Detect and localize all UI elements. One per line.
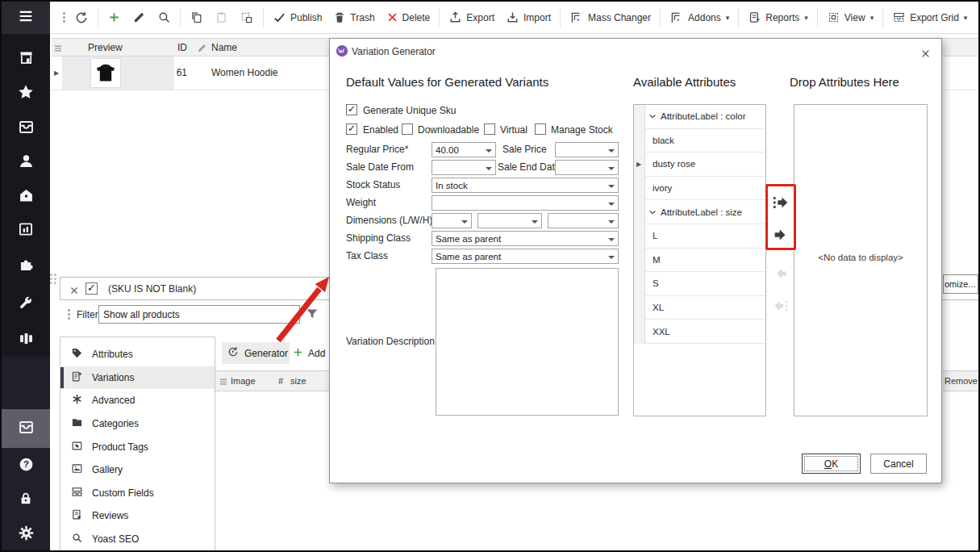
toolbar-separator xyxy=(882,8,883,27)
attribute-value-row[interactable]: M xyxy=(645,249,765,273)
sidebar-item-storefront[interactable] xyxy=(2,185,50,209)
tab-custom-fields[interactable]: Custom Fields xyxy=(60,482,215,505)
sale-price-combo[interactable] xyxy=(555,142,619,157)
sidebar-item-products-selected[interactable] xyxy=(2,409,50,448)
view-button[interactable]: View▾ xyxy=(827,10,874,24)
publish-button[interactable]: Publish xyxy=(273,10,322,24)
addons-button[interactable]: *Addons▾ xyxy=(669,10,729,25)
tab-yoast-seo[interactable]: Yoast SEO xyxy=(60,528,215,551)
stock-status-combo[interactable]: In stock xyxy=(432,178,619,193)
folder-icon xyxy=(71,416,83,431)
sidebar-item-help[interactable]: ? xyxy=(2,454,50,478)
sidebar-item-plugins[interactable] xyxy=(2,253,50,278)
remove-filter-x-icon[interactable] xyxy=(69,284,79,299)
enabled-checkbox[interactable] xyxy=(346,123,357,135)
help-icon: ? xyxy=(18,456,35,476)
search-button[interactable] xyxy=(157,10,171,24)
trash-label: Trash xyxy=(350,12,374,23)
refresh-button[interactable] xyxy=(74,10,89,25)
move-left-button-disabled[interactable] xyxy=(769,263,792,284)
attribute-value-row[interactable]: dusty rose xyxy=(645,153,765,177)
dimension-height-combo[interactable] xyxy=(548,213,619,228)
export-grid-button[interactable]: Export Grid▾ xyxy=(892,10,967,24)
sidebar-item-menu[interactable] xyxy=(2,2,50,34)
column-header-id[interactable]: ID xyxy=(148,42,187,53)
tab-gallery[interactable]: Gallery xyxy=(60,458,215,482)
move-all-left-button-disabled[interactable] xyxy=(769,295,792,316)
attribute-value-row[interactable]: ivory xyxy=(645,177,765,201)
attribute-value-row[interactable]: S xyxy=(645,272,765,296)
attribute-value-row[interactable]: black xyxy=(645,129,765,153)
attribute-group-row[interactable]: AttributeLabel : color xyxy=(645,105,765,129)
toolbar-separator xyxy=(180,8,181,27)
check-icon xyxy=(273,10,286,24)
tax-class-combo[interactable]: Same as parent xyxy=(432,249,619,264)
column-header-number[interactable]: # xyxy=(278,376,283,386)
add-product-button[interactable] xyxy=(107,10,121,24)
sidebar-item-customers[interactable] xyxy=(2,150,50,174)
tab-categories[interactable]: Categories xyxy=(60,412,215,436)
trash-button[interactable]: Trash xyxy=(333,11,374,24)
variation-generator-dialog: Variation Generator Default Values for G… xyxy=(329,38,942,483)
weight-combo[interactable] xyxy=(432,195,619,211)
attribute-value-row[interactable]: XL xyxy=(645,296,765,320)
copy-button[interactable] xyxy=(190,10,203,24)
customize-button-partial[interactable]: omize... xyxy=(943,274,978,294)
toolbar-drag-handle[interactable] xyxy=(63,12,65,23)
virtual-checkbox[interactable] xyxy=(484,123,495,135)
sidebar-item-settings[interactable] xyxy=(2,522,50,546)
downloadable-checkbox[interactable] xyxy=(402,123,413,135)
tab-product-tags[interactable]: Product Tags xyxy=(60,435,215,458)
grid-menu-icon[interactable] xyxy=(54,44,62,55)
mass-changer-button[interactable]: *Mass Changer xyxy=(569,10,651,25)
attribute-group-row[interactable]: AttributeLabel : size xyxy=(645,200,765,224)
column-header-name[interactable]: Name xyxy=(211,42,237,53)
sidebar-item-lock[interactable] xyxy=(2,488,50,512)
customize-label: omize... xyxy=(945,279,976,289)
tab-variations[interactable]: Variations xyxy=(60,366,215,390)
filter-condition-checkbox[interactable] xyxy=(85,282,98,295)
tab-attributes[interactable]: Attributes xyxy=(60,343,215,366)
generate-sku-checkbox[interactable] xyxy=(346,104,357,115)
dimension-width-combo[interactable] xyxy=(477,213,542,228)
export-button[interactable]: Export xyxy=(448,10,494,24)
attribute-value-row[interactable]: L xyxy=(645,224,765,249)
import-button[interactable]: Import xyxy=(506,10,551,24)
row-pointer-icon: ▶ xyxy=(636,161,641,168)
tab-label: Gallery xyxy=(92,464,123,475)
sidebar-item-favorites[interactable] xyxy=(2,82,50,106)
variation-description-textarea[interactable] xyxy=(436,268,619,416)
panel-drag-handle[interactable] xyxy=(50,274,56,284)
reports-chart-icon xyxy=(18,221,34,240)
shipping-class-combo[interactable]: Same as parent xyxy=(432,231,619,246)
tab-label: Categories xyxy=(92,418,139,429)
column-header-size[interactable]: size xyxy=(290,376,307,386)
dimension-length-combo[interactable] xyxy=(432,213,472,228)
grid-menu-icon[interactable] xyxy=(219,378,227,387)
edit-button[interactable] xyxy=(132,10,146,24)
reports-button[interactable]: Reports▾ xyxy=(748,10,808,24)
paste-special-button[interactable] xyxy=(240,10,254,25)
column-header-remove[interactable]: Remove xyxy=(943,370,980,391)
regular-price-combo[interactable]: 40.00 xyxy=(432,142,496,157)
manage-stock-checkbox[interactable] xyxy=(535,123,546,135)
column-header-image[interactable]: Image xyxy=(231,376,256,386)
tab-advanced[interactable]: Advanced xyxy=(60,389,215,412)
sidebar-item-orders[interactable] xyxy=(2,116,50,140)
column-header-preview[interactable]: Preview xyxy=(88,42,123,53)
sidebar-item-layout[interactable] xyxy=(2,328,50,352)
filter-drag-handle[interactable] xyxy=(68,309,70,320)
ok-accesskey: O xyxy=(824,458,832,470)
delete-button[interactable]: Delete xyxy=(386,11,431,23)
close-icon[interactable] xyxy=(917,45,933,61)
cancel-button[interactable]: Cancel xyxy=(870,454,927,474)
sale-end-date-combo[interactable] xyxy=(555,160,619,175)
sidebar-item-store[interactable] xyxy=(2,47,50,71)
tab-reviews[interactable]: Reviews xyxy=(60,504,215,528)
paste-button-disabled[interactable] xyxy=(215,10,228,24)
sale-date-from-combo[interactable] xyxy=(432,160,496,175)
sidebar-item-reports[interactable] xyxy=(2,219,50,243)
sidebar-item-tools[interactable] xyxy=(2,293,50,317)
attribute-value-row[interactable]: XXL xyxy=(645,320,765,344)
ok-button[interactable]: OK xyxy=(802,454,861,474)
